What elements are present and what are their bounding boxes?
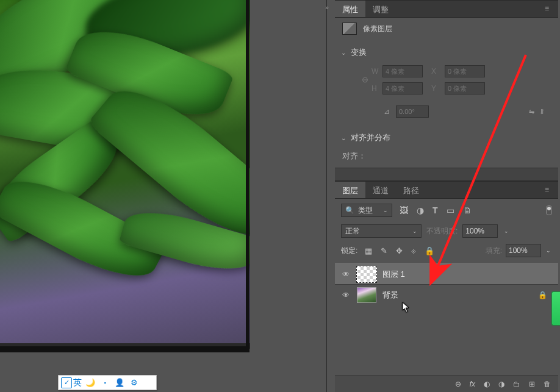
layer-kind-label: 像素图层: [363, 24, 392, 34]
tab-paths[interactable]: 路径: [396, 182, 426, 198]
tab-adjustments[interactable]: 调整: [365, 1, 396, 17]
ime-logo-icon[interactable]: ✓: [61, 377, 72, 388]
lock-label: 锁定:: [341, 246, 357, 256]
edge-indicator: [551, 291, 560, 326]
lock-all-icon[interactable]: 🔒: [425, 246, 434, 255]
h-label: H: [372, 84, 382, 93]
delete-layer-icon[interactable]: 🗑: [544, 380, 551, 388]
filter-toggle[interactable]: [546, 205, 552, 215]
flip-horizontal-icon[interactable]: ⇋: [529, 108, 534, 116]
lock-position-icon[interactable]: ✥: [396, 246, 403, 255]
fill-label: 填充:: [486, 246, 502, 256]
layer-list: 👁 图层 1 👁 背景 🔒: [335, 263, 558, 305]
layer-thumbnail[interactable]: [357, 266, 376, 282]
filter-kind-label: 类型: [358, 205, 373, 216]
filter-kind-select[interactable]: 🔍 类型 ⌄: [341, 204, 392, 217]
tab-layers[interactable]: 图层: [335, 182, 365, 198]
transform-heading: 变换: [351, 47, 367, 58]
layer-thumbnail[interactable]: [357, 287, 376, 303]
new-group-icon[interactable]: 🗀: [513, 380, 520, 388]
align-heading: 对齐并分布: [351, 132, 390, 143]
tab-channels[interactable]: 通道: [365, 182, 396, 198]
layer-name-label[interactable]: 图层 1: [382, 269, 405, 280]
visibility-toggle-icon[interactable]: 👁: [341, 270, 351, 279]
add-mask-icon[interactable]: ◐: [484, 380, 490, 388]
opacity-flyout-icon[interactable]: ⌄: [503, 226, 510, 237]
visibility-toggle-icon[interactable]: 👁: [341, 291, 351, 299]
lock-paint-icon[interactable]: ✎: [381, 246, 387, 255]
angle-icon: ⊿: [384, 107, 390, 116]
document-canvas[interactable]: [0, 0, 250, 343]
layer-kind-icon: [342, 23, 357, 35]
link-wh-icon[interactable]: ⊖: [362, 75, 368, 84]
y-label: Y: [431, 84, 445, 93]
blend-mode-select[interactable]: 正常 ⌄: [341, 224, 422, 238]
filter-pixel-icon[interactable]: 🖼: [400, 205, 408, 215]
fx-icon[interactable]: fx: [470, 380, 475, 388]
opacity-value: 100%: [465, 227, 484, 235]
ime-mic-icon[interactable]: ▪: [98, 376, 112, 389]
fill-value: 100%: [509, 246, 528, 255]
properties-panel: 属性 调整 ≡ 像素图层 ⌄ 变换 ⊖ W X H Y: [335, 0, 558, 168]
angle-input[interactable]: [396, 105, 429, 118]
lock-pixels-icon[interactable]: ▦: [365, 246, 372, 255]
width-input[interactable]: [382, 65, 423, 77]
transform-section-header[interactable]: ⌄ 变换: [335, 42, 558, 63]
flip-vertical-icon[interactable]: ⥯: [539, 108, 545, 116]
ime-moon-icon[interactable]: 🌙: [83, 376, 98, 389]
canvas-area[interactable]: [0, 0, 250, 349]
layer-item[interactable]: 👁 图层 1: [335, 263, 558, 284]
ime-lang-button[interactable]: 英: [72, 377, 83, 388]
lock-icon: 🔒: [538, 291, 552, 299]
align-section-header[interactable]: ⌄ 对齐并分布: [335, 127, 558, 148]
chevron-down-icon: ⌄: [341, 49, 346, 56]
layers-footer: ⊖ fx ◐ ◑ 🗀 ⊞ 🗑: [335, 376, 558, 392]
filter-smart-icon[interactable]: 🗎: [463, 205, 472, 215]
panel-menu-icon[interactable]: ≡: [545, 4, 555, 13]
filter-type-icon[interactable]: T: [433, 205, 438, 215]
new-layer-icon[interactable]: ⊞: [529, 380, 535, 388]
filter-adjust-icon[interactable]: ◑: [417, 205, 424, 215]
tab-properties[interactable]: 属性: [335, 1, 365, 17]
filter-shape-icon[interactable]: ▭: [447, 205, 454, 215]
fill-flyout-icon[interactable]: ⌄: [545, 245, 552, 256]
layers-panel: 图层 通道 路径 ≡ 🔍 类型 ⌄ 🖼 ◑ T ▭ 🗎 正常 ⌄: [335, 181, 558, 392]
new-adjustment-icon[interactable]: ◑: [498, 380, 504, 388]
link-layers-icon[interactable]: ⊖: [455, 380, 461, 388]
y-input[interactable]: [445, 82, 485, 94]
lock-artboard-icon[interactable]: ⟐: [411, 246, 416, 255]
opacity-input[interactable]: 100%: [462, 224, 498, 238]
x-input[interactable]: [445, 65, 485, 77]
ime-person-icon[interactable]: 👤: [112, 376, 127, 389]
align-label: 对齐：: [342, 151, 366, 160]
chevron-down-icon: ⌄: [383, 207, 388, 213]
ime-settings-icon[interactable]: ⚙: [127, 376, 142, 389]
layer-name-label[interactable]: 背景: [382, 290, 398, 301]
layer-item[interactable]: 👁 背景 🔒: [335, 284, 558, 305]
fill-input[interactable]: 100%: [506, 244, 541, 257]
panel-menu-icon[interactable]: ≡: [545, 185, 555, 194]
search-icon: 🔍: [345, 206, 354, 215]
opacity-label: 不透明度:: [426, 226, 458, 237]
chevron-down-icon: ⌄: [412, 228, 417, 234]
w-label: W: [372, 67, 382, 76]
chevron-down-icon: ⌄: [341, 135, 346, 141]
height-input[interactable]: [382, 82, 423, 94]
ime-toolbar[interactable]: ✓ 英 🌙 ▪ 👤 ⚙: [58, 375, 157, 390]
x-label: X: [431, 67, 445, 76]
blend-mode-label: 正常: [345, 226, 360, 237]
collapse-panels-icon[interactable]: »: [322, 0, 332, 15]
